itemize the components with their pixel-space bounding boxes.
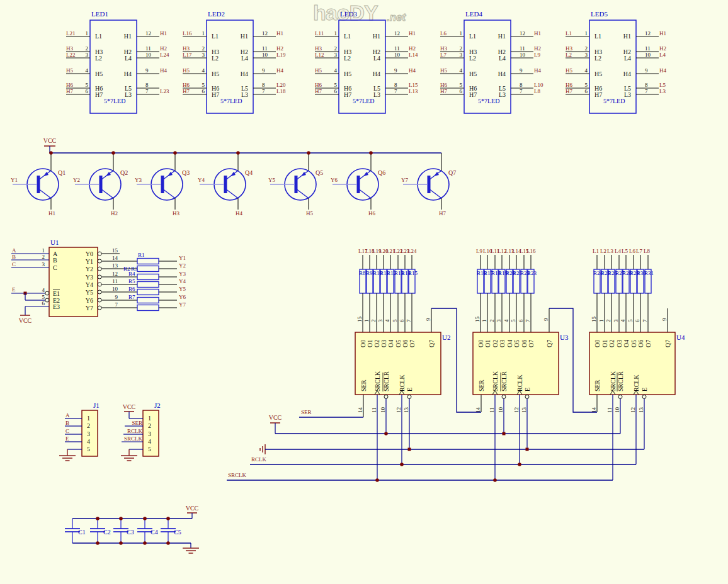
junction-dot: [375, 478, 379, 482]
pin-name: SRCLK: [610, 371, 617, 391]
resistor-ref: R1: [138, 252, 145, 258]
net-label: A: [65, 412, 70, 418]
pin-name: SRCLK: [492, 371, 499, 391]
pin-name: L1: [594, 33, 601, 40]
net-label: Y4: [179, 278, 186, 284]
pin-number: 9: [115, 294, 118, 300]
net-label: H2: [659, 45, 666, 52]
capacitor-ref: C2: [103, 529, 111, 536]
resistor-ref: R8: [359, 270, 366, 276]
pin-name: SRCLR: [383, 371, 390, 391]
collector-lead: [162, 189, 175, 198]
net-label: H3: [183, 45, 190, 52]
pin-number: 8: [262, 82, 265, 88]
pin-number: 1: [148, 415, 151, 422]
net-label: H3: [66, 45, 73, 52]
net-label: B: [12, 254, 16, 260]
invert-bubble: [98, 298, 101, 302]
pin-number: 9: [645, 67, 648, 74]
schematic-canvas: haoDY .net LED15*7LEDL1H1H3H2L2L4H5H4H6L…: [0, 0, 728, 584]
net-label: H5: [566, 67, 572, 74]
pin-name: L2: [594, 55, 601, 62]
pin-name: O5: [513, 340, 520, 347]
invert-bubble: [384, 395, 388, 399]
net-label: H2: [409, 45, 416, 52]
net-label: SER: [132, 420, 142, 426]
net-label: L24: [407, 248, 417, 254]
pin-name: Y1: [86, 258, 93, 265]
pin-name: SER: [478, 379, 485, 391]
net-label: H3: [173, 210, 179, 216]
pin-number: 11: [262, 45, 268, 52]
pin-number: 10: [145, 52, 152, 58]
junction-square: [503, 432, 506, 435]
junction-dot: [236, 151, 240, 155]
pin-number: 11: [371, 407, 377, 413]
pin-name: O2: [492, 340, 499, 347]
pin-number: 5: [334, 82, 338, 88]
net-label: H2: [276, 45, 283, 52]
pin-number: 3: [377, 319, 384, 322]
pin-name: H1: [623, 33, 631, 40]
pin-name: O7: [409, 340, 416, 347]
net-label: L16: [183, 30, 192, 36]
pin-number: 6: [86, 88, 89, 94]
pin-number: 12: [645, 30, 651, 36]
transistor-ref: Q4: [245, 169, 253, 176]
net-label: Y5: [268, 177, 275, 183]
resistor: [137, 274, 159, 280]
pin-number: 5: [460, 82, 463, 88]
net-label: L5: [659, 82, 666, 88]
led-subtitle: 5*7LED: [220, 98, 242, 104]
pin-name: Q7: [546, 340, 553, 347]
net-label: H4: [659, 67, 666, 74]
led-ref: LED1: [91, 10, 108, 18]
pin-number: 9: [520, 67, 523, 74]
net-label: E: [12, 286, 16, 293]
collector-lead: [225, 189, 238, 198]
pin-name: SRCLR: [617, 371, 624, 391]
pin-name: O6: [521, 340, 528, 347]
pin-number: 10: [394, 52, 401, 58]
net-label: H4: [534, 67, 541, 74]
net-label: Y4: [198, 177, 205, 183]
junction-dot: [493, 478, 497, 482]
pin-number: 11: [489, 407, 495, 413]
pin-name: H5: [212, 70, 219, 77]
schematic-page: haoDY .net LED15*7LEDL1H1H3H2L2L4H5H4H6L…: [0, 0, 728, 584]
pin-number: 4: [202, 67, 205, 74]
pin-name: Y7: [86, 305, 93, 312]
pin-number: 3: [86, 52, 89, 58]
junction-dot: [307, 151, 310, 155]
invert-bubble: [45, 298, 49, 302]
pin-number: 2: [86, 45, 89, 52]
led-ref: LED3: [340, 10, 357, 18]
pin-number: 6: [334, 88, 338, 94]
pin-number: 6: [42, 300, 45, 306]
invert-bubble: [618, 395, 622, 399]
pin-name: L4: [624, 55, 631, 62]
net-label: L23: [160, 88, 169, 94]
vcc-label: VCC: [19, 317, 32, 324]
net-label: L21: [66, 30, 76, 36]
pin-number: 14: [357, 407, 363, 413]
net-label: L14: [409, 52, 418, 58]
net-label: L19: [276, 52, 286, 58]
pin-number: 5: [392, 319, 398, 322]
net-label: Y5: [179, 286, 186, 292]
resistor: [137, 282, 159, 288]
pin-number: 5: [585, 82, 588, 88]
pin-name: RCLK: [399, 374, 406, 391]
net-label: H6: [315, 82, 322, 88]
pin-name: H1: [241, 33, 248, 40]
vcc-label: VCC: [186, 505, 199, 512]
pin-number: 3: [202, 52, 205, 58]
pin-number: 2: [605, 320, 611, 323]
pin-number: 9: [661, 318, 668, 321]
pin-number: 15: [112, 247, 118, 254]
pin-number: 13: [403, 407, 409, 413]
vcc-label: VCC: [269, 414, 282, 421]
pin-name: L2: [212, 55, 219, 62]
pin-number: 7: [394, 88, 397, 94]
resistor: [137, 266, 159, 272]
